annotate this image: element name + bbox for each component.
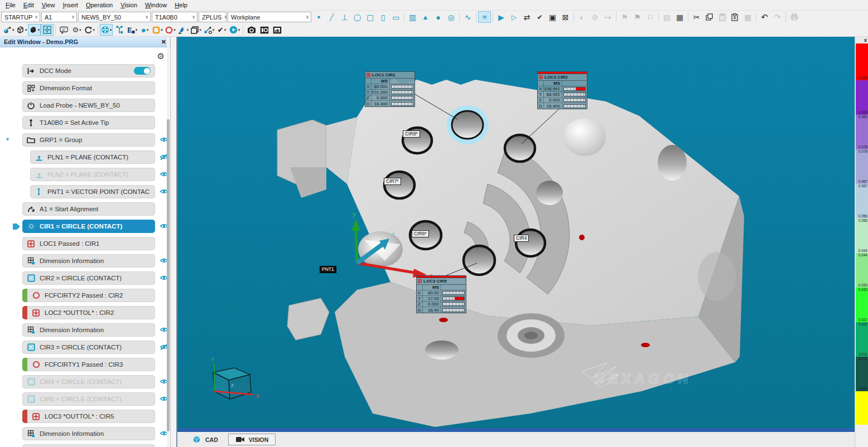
- cad-3d-viewport[interactable]: HEXAGON y x z: [177, 37, 855, 428]
- window-copy-button[interactable]: ▾: [190, 24, 202, 36]
- tab-vision[interactable]: VISION: [228, 434, 276, 445]
- edit-window-titlebar[interactable]: Edit Window - Demo.PRG ✕: [0, 37, 170, 47]
- close-icon[interactable]: ✕: [161, 38, 166, 46]
- document-check-button[interactable]: ▣: [546, 11, 559, 23]
- vector-drive-button[interactable]: [113, 24, 126, 36]
- feature-label-cir8[interactable]: CIR8*: [403, 130, 420, 138]
- dimension-box-loc3[interactable]: LOC3 CIR5MSX80.00Y17.00Z0.000D16.40: [416, 275, 466, 313]
- report-list-button[interactable]: ▤: [660, 11, 673, 23]
- edit-window-item[interactable]: T1A0B0 = Set Active Tip: [22, 116, 155, 129]
- pattern-button[interactable]: ▦: [741, 11, 754, 23]
- chevron-down-icon[interactable]: ▾: [136, 28, 138, 32]
- edit-window-item[interactable]: PLN1 = PLANE (CONTACT): [30, 150, 155, 164]
- ok-check-button[interactable]: ✔▾: [215, 24, 228, 36]
- snapshot-id-button[interactable]: [258, 24, 271, 36]
- edit-window-item[interactable]: LOC3 *OUTTOL* : CIR5: [22, 410, 155, 423]
- feature-control-button[interactable]: ▾: [126, 24, 138, 36]
- edit-window-item[interactable]: PLN2 = PLANE (CONTACT): [30, 168, 155, 181]
- probe-select[interactable]: NEW5_BY_50∨: [78, 12, 151, 22]
- sphere-button[interactable]: ●: [432, 11, 445, 23]
- plane-button[interactable]: ⊥: [338, 11, 351, 23]
- alignment-select[interactable]: A1∨: [41, 12, 77, 22]
- edit-window-item[interactable]: CIR6 = CIRCLE (CONTACT): [22, 444, 155, 447]
- check-mark-button[interactable]: ✔: [533, 11, 546, 23]
- edit-window-item[interactable]: LOC1 Passed : CIR1: [22, 237, 155, 250]
- close-icon[interactable]: x: [864, 37, 867, 43]
- round-slot-button[interactable]: ▢: [364, 11, 377, 23]
- chevron-down-icon[interactable]: ▾: [12, 28, 15, 32]
- gage-button[interactable]: ▾: [202, 24, 215, 36]
- execute-button[interactable]: ▶: [495, 11, 508, 23]
- curve-button[interactable]: ∿: [461, 11, 474, 23]
- copy-button[interactable]: [703, 11, 716, 23]
- translate-button[interactable]: ▾: [100, 24, 113, 36]
- bookmark-button[interactable]: ⚑: [618, 11, 631, 23]
- play-button[interactable]: ▾: [228, 24, 241, 36]
- feature-label-pnt1[interactable]: PNT1: [320, 266, 336, 273]
- gear-icon[interactable]: ⚙: [157, 51, 165, 61]
- paste-special-button[interactable]: [729, 11, 741, 23]
- camera-button[interactable]: [245, 24, 258, 36]
- circle-button[interactable]: ◯: [351, 11, 364, 23]
- square-slot-button[interactable]: ▯: [377, 11, 389, 23]
- menu-operation[interactable]: Operation: [83, 1, 116, 9]
- cone-button[interactable]: ▲: [419, 11, 432, 23]
- program-select[interactable]: STARTUP∨: [1, 12, 40, 22]
- feature-label-cir4[interactable]: CIR4: [514, 235, 529, 242]
- print-button[interactable]: [788, 11, 801, 23]
- chevron-down-icon[interactable]: ▾: [224, 28, 226, 32]
- dcc-mode-toggle[interactable]: [134, 67, 151, 75]
- menu-insert[interactable]: Insert: [59, 1, 81, 9]
- collapse-caret-icon[interactable]: ▾: [6, 136, 9, 142]
- edit-window-item[interactable]: CIR2 = CIRCLE (CONTACT): [22, 271, 155, 285]
- edit-window-item[interactable]: CIR1 = CIRCLE (CONTACT): [22, 220, 155, 233]
- paste-button[interactable]: [716, 11, 729, 23]
- undo-button[interactable]: ↶: [758, 11, 771, 23]
- edit-window-item[interactable]: Dimension Information: [22, 323, 155, 337]
- dimension-box-loc2[interactable]: LOC2 CIR2MSX108.991Y88.991Z0.000D16.400: [537, 71, 587, 109]
- quick-align-button[interactable]: ▾: [177, 24, 190, 36]
- sphere-off-button[interactable]: ⊘: [589, 11, 601, 23]
- chevron-down-icon[interactable]: ▾: [238, 28, 240, 32]
- cad-model-canvas[interactable]: HEXAGON y x z: [177, 37, 855, 428]
- parameters-button[interactable]: ⚙▾: [70, 24, 83, 36]
- document-cancel-button[interactable]: ⊠: [559, 11, 572, 23]
- bookmark-pin-button[interactable]: ⚑: [631, 11, 644, 23]
- torus-button[interactable]: ◎: [445, 11, 457, 23]
- cylinder-button[interactable]: ▥: [406, 11, 419, 23]
- menu-vision[interactable]: Vision: [117, 1, 141, 9]
- edit-window-item[interactable]: PNT1 = VECTOR POINT (CONTAC: [30, 185, 155, 198]
- edit-window-item[interactable]: CIR4 = CIRCLE (CONTACT): [22, 375, 155, 388]
- chevron-down-icon[interactable]: ▾: [25, 28, 27, 32]
- chevron-down-icon[interactable]: ▾: [147, 28, 149, 32]
- report-grid-button[interactable]: ▦: [673, 11, 686, 23]
- auto-feature-button[interactable]: ✳: [478, 11, 491, 23]
- workplane-select[interactable]: ZPLUS∨: [199, 12, 226, 22]
- point-button[interactable]: •: [312, 11, 325, 23]
- edit-window-item[interactable]: CIR3 = CIRCLE (CONTACT): [22, 341, 155, 354]
- edit-window-item[interactable]: DCC Mode: [22, 64, 155, 77]
- dimension-box-loc1[interactable]: LOC1 CIR1MSX80.000Y101.000Z0.000D16.400: [365, 71, 415, 107]
- scrollbar-thumb[interactable]: [167, 119, 170, 431]
- chevron-down-icon[interactable]: ▾: [187, 28, 189, 32]
- circle-red-button[interactable]: ▾: [164, 24, 177, 36]
- comment-button[interactable]: [57, 24, 70, 36]
- chart-button[interactable]: [271, 24, 283, 36]
- edit-window-item[interactable]: FCFCIRTY2 Passed : CIR2: [22, 289, 155, 302]
- square-feature-button[interactable]: ▾: [151, 24, 164, 36]
- shaded-cube-button[interactable]: ▾: [28, 24, 41, 36]
- wireframe-cube-button[interactable]: ▾: [15, 24, 28, 36]
- jump-arrow-button[interactable]: ↪: [601, 11, 614, 23]
- chevron-down-icon[interactable]: ▾: [213, 28, 215, 32]
- chevron-down-icon[interactable]: ▾: [199, 28, 201, 32]
- probe-mode-button[interactable]: ▾: [2, 24, 15, 36]
- feature-label-cir6[interactable]: CIR6*: [412, 230, 429, 237]
- line-button[interactable]: ╱: [325, 11, 338, 23]
- menu-window[interactable]: Window: [142, 1, 170, 9]
- sidebar-scrollbar[interactable]: [167, 37, 170, 447]
- edit-window-item[interactable]: CIR5 = CIRCLE (CONTACT): [22, 392, 155, 406]
- tip-select[interactable]: T1A0B0∨: [152, 12, 197, 22]
- cut-button[interactable]: ✂: [690, 11, 703, 23]
- rectangle-button[interactable]: ▭: [389, 11, 402, 23]
- fit-view-button[interactable]: [41, 24, 54, 36]
